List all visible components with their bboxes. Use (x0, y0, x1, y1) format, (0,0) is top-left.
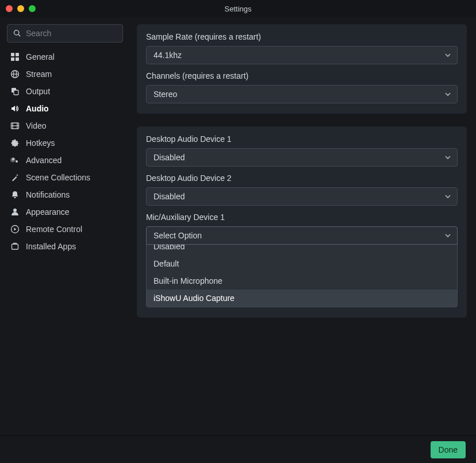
svg-rect-2 (11, 57, 14, 61)
sidebar-item-audio[interactable]: Audio (7, 100, 123, 117)
chevron-down-icon (444, 232, 451, 239)
film-icon (10, 121, 20, 130)
desktop-audio-1-value: Disabled (153, 153, 185, 162)
channels-value: Stereo (153, 90, 177, 99)
desktop-audio-2-select[interactable]: Disabled (146, 187, 458, 206)
sidebar-item-label: Scene Collections (26, 173, 90, 182)
mic-aux-1-label: Mic/Auxiliary Device 1 (146, 213, 458, 222)
channels-label: Channels (requires a restart) (146, 71, 458, 80)
layers-icon (10, 87, 20, 96)
wand-icon (10, 173, 20, 182)
sidebar-item-label: Remote Control (26, 225, 82, 234)
desktop-audio-2-label: Desktop Audio Device 2 (146, 173, 458, 183)
desktop-audio-2-value: Disabled (153, 192, 185, 201)
chevron-down-icon (444, 91, 451, 98)
volume-icon (10, 104, 20, 113)
sidebar-item-label: Notifications (26, 190, 70, 199)
mic-aux-1-option[interactable]: Default (147, 255, 457, 272)
sidebar-item-remote-control[interactable]: Remote Control (7, 221, 123, 238)
mic-aux-1-select[interactable]: Select Option (146, 226, 458, 245)
footer: Done (0, 435, 476, 463)
sample-rate-label: Sample Rate (requires a restart) (146, 32, 458, 41)
sidebar-item-label: Advanced (26, 156, 62, 165)
settings-nav: General Stream Output Audio (7, 48, 123, 255)
sidebar-item-advanced[interactable]: Advanced (7, 152, 123, 169)
minimize-window-button[interactable] (17, 5, 24, 12)
svg-point-15 (16, 160, 18, 163)
window-controls (6, 5, 36, 12)
sidebar: General Stream Output Audio (0, 17, 130, 435)
sidebar-item-scene-collections[interactable]: Scene Collections (7, 169, 123, 186)
close-window-button[interactable] (6, 5, 13, 12)
sidebar-item-label: Hotkeys (26, 138, 55, 148)
search-icon (13, 29, 21, 37)
sample-rate-value: 44.1khz (153, 51, 182, 60)
chevron-down-icon (444, 154, 451, 161)
package-icon (10, 242, 20, 251)
bell-icon (10, 190, 20, 199)
grid-icon (10, 52, 20, 61)
sidebar-item-notifications[interactable]: Notifications (7, 186, 123, 203)
sidebar-item-appearance[interactable]: Appearance (7, 203, 123, 221)
chevron-down-icon (444, 52, 451, 59)
sidebar-item-label: Output (26, 87, 50, 96)
desktop-audio-1-select[interactable]: Disabled (146, 148, 458, 167)
search-input[interactable] (26, 29, 126, 38)
sidebar-item-video[interactable]: Video (7, 117, 123, 134)
sidebar-item-label: Appearance (26, 207, 70, 217)
audio-format-card: Sample Rate (requires a restart) 44.1khz… (137, 24, 467, 114)
sidebar-item-label: Stream (26, 70, 52, 79)
svg-rect-3 (16, 57, 19, 61)
mic-aux-1-dropdown: Disabled Default Built-in Microphone iSh… (146, 238, 458, 307)
desktop-audio-1-label: Desktop Audio Device 1 (146, 134, 458, 144)
chevron-down-icon (444, 193, 451, 200)
svg-rect-0 (11, 53, 14, 56)
sidebar-item-general[interactable]: General (7, 48, 123, 65)
window-title: Settings (225, 5, 252, 13)
mic-aux-1-value: Select Option (153, 231, 202, 240)
settings-content: Sample Rate (requires a restart) 44.1khz… (130, 17, 476, 435)
zoom-window-button[interactable] (29, 5, 36, 12)
sidebar-item-label: Video (26, 121, 47, 130)
sidebar-item-installed-apps[interactable]: Installed Apps (7, 238, 123, 255)
sidebar-item-output[interactable]: Output (7, 83, 123, 100)
svg-rect-8 (14, 90, 18, 95)
play-circle-icon (10, 225, 20, 234)
sidebar-item-label: Installed Apps (26, 242, 76, 251)
gear-icon (10, 138, 20, 148)
sidebar-item-label: General (26, 52, 55, 61)
sidebar-item-hotkeys[interactable]: Hotkeys (7, 134, 123, 152)
globe-icon (10, 70, 20, 79)
svg-rect-1 (16, 53, 19, 56)
done-button[interactable]: Done (431, 441, 466, 458)
svg-rect-18 (12, 244, 18, 249)
audio-devices-card: Desktop Audio Device 1 Disabled Desktop … (137, 126, 467, 318)
appearance-icon (10, 207, 20, 217)
search-field[interactable] (7, 24, 123, 43)
gears-icon (10, 156, 20, 165)
sample-rate-select[interactable]: 44.1khz (146, 46, 458, 64)
sidebar-item-stream[interactable]: Stream (7, 65, 123, 83)
channels-select[interactable]: Stereo (146, 85, 458, 103)
mic-aux-1-option[interactable]: iShowU Audio Capture (147, 290, 457, 307)
titlebar: Settings (0, 0, 476, 17)
svg-point-16 (13, 209, 17, 212)
mic-aux-1-option[interactable]: Built-in Microphone (147, 272, 457, 290)
sidebar-item-label: Audio (26, 104, 49, 113)
